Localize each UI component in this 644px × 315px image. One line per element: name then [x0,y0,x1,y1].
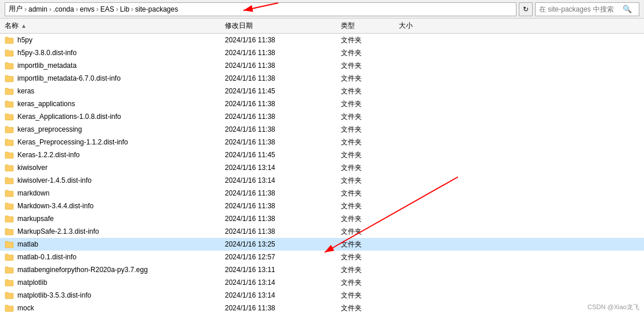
file-name-label: Keras-1.2.2.dist-info [17,151,79,159]
file-name-cell: MarkupSafe-2.1.3.dist-info [5,227,225,236]
file-date-cell: 2024/1/16 13:14 [225,291,341,299]
file-name-label: Markdown-3.4.4.dist-info [17,202,93,210]
folder-icon [5,49,14,57]
file-name-label: matlabengineforpython-R2020a-py3.7.egg [17,266,148,274]
file-date-cell: 2024/1/16 13:14 [225,164,341,172]
table-row[interactable]: markdown 2024/1/16 11:38 文件夹 [0,187,644,200]
table-row[interactable]: importlib_metadata-6.7.0.dist-info 2024/… [0,72,644,85]
file-type-cell: 文件夹 [341,176,399,186]
file-name-label: matplotlib [17,278,47,287]
file-date-cell: 2024/1/16 11:38 [225,74,341,82]
file-type-cell: 文件夹 [341,48,399,58]
file-date-cell: 2024/1/16 11:45 [225,87,341,95]
breadcrumb-item-2[interactable]: .conda [53,5,74,13]
folder-icon [5,202,14,210]
file-date-cell: 2024/1/16 11:38 [225,100,341,108]
folder-icon [5,291,14,299]
folder-icon [5,151,14,159]
table-row[interactable]: matlabengineforpython-R2020a-py3.7.egg 2… [0,263,644,276]
file-date-cell: 2024/1/16 11:38 [225,113,341,121]
file-name-cell: matlabengineforpython-R2020a-py3.7.egg [5,266,225,274]
file-name-label: h5py [17,36,32,44]
file-type-cell: 文件夹 [341,214,399,224]
folder-icon [5,240,14,248]
folder-icon [5,253,14,261]
file-name-label: keras [17,87,34,95]
file-name-cell: keras_preprocessing [5,125,225,133]
file-date-cell: 2024/1/16 11:38 [225,215,341,223]
file-name-label: mock [17,304,34,312]
file-type-cell: 文件夹 [341,74,399,84]
breadcrumb[interactable]: 用户 › admin › .conda › envs › EAS › Lib ›… [5,2,516,16]
breadcrumb-item-0[interactable]: 用户 [9,4,23,14]
file-name-label: keras_preprocessing [17,125,82,133]
file-type-cell: 文件夹 [341,252,399,262]
file-name-label: MarkupSafe-2.1.3.dist-info [17,227,99,236]
table-row[interactable]: Keras_Applications-1.0.8.dist-info 2024/… [0,110,644,123]
file-name-label: h5py-3.8.0.dist-info [17,49,77,57]
file-name-label: Keras_Applications-1.0.8.dist-info [17,113,121,121]
col-size-header[interactable]: 大小 [399,21,445,31]
file-type-cell: 文件夹 [341,265,399,275]
table-row[interactable]: matplotlib 2024/1/16 13:14 文件夹 [0,276,644,289]
file-list: h5py 2024/1/16 11:38 文件夹 h5py-3.8.0.dist… [0,34,644,315]
breadcrumb-item-1[interactable]: admin [28,5,48,13]
refresh-button[interactable]: ↻ [519,2,533,16]
table-row[interactable]: Keras_Preprocessing-1.1.2.dist-info 2024… [0,136,644,149]
col-type-header[interactable]: 类型 [341,21,399,31]
table-row[interactable]: keras_preprocessing 2024/1/16 11:38 文件夹 [0,123,644,136]
folder-icon [5,304,14,312]
breadcrumb-sep: › [131,5,133,13]
table-row[interactable]: markupsafe 2024/1/16 11:38 文件夹 [0,212,644,225]
table-row[interactable]: matlab-0.1.dist-info 2024/1/16 12:57 文件夹 [0,251,644,263]
breadcrumb-item-3[interactable]: envs [80,5,94,13]
file-name-cell: importlib_metadata [5,61,225,70]
table-row[interactable]: Markdown-3.4.4.dist-info 2024/1/16 11:38… [0,200,644,212]
table-row[interactable]: matplotlib-3.5.3.dist-info 2024/1/16 13:… [0,289,644,302]
table-row[interactable]: kiwisolver 2024/1/16 13:14 文件夹 [0,161,644,174]
folder-icon [5,74,14,82]
folder-icon [5,176,14,184]
search-input[interactable] [539,5,620,13]
folder-icon [5,215,14,223]
table-row[interactable]: h5py-3.8.0.dist-info 2024/1/16 11:38 文件夹 [0,46,644,59]
file-date-cell: 2024/1/16 11:38 [225,202,341,210]
table-row[interactable]: keras 2024/1/16 11:45 文件夹 [0,85,644,97]
folder-icon [5,164,14,172]
table-row[interactable]: mock 2024/1/16 11:38 文件夹 [0,302,644,314]
file-name-cell: markupsafe [5,215,225,223]
file-date-cell: 2024/1/16 11:38 [225,304,341,312]
search-box[interactable]: 🔍 [535,2,639,16]
file-type-cell: 文件夹 [341,291,399,300]
file-name-cell: Markdown-3.4.4.dist-info [5,202,225,210]
file-name-cell: matplotlib [5,278,225,287]
breadcrumb-item-6[interactable]: site-packages [135,5,178,13]
table-row[interactable]: kiwisolver-1.4.5.dist-info 2024/1/16 13:… [0,174,644,187]
table-row[interactable]: MarkupSafe-2.1.3.dist-info 2024/1/16 11:… [0,225,644,238]
address-bar: 用户 › admin › .conda › envs › EAS › Lib ›… [0,0,644,19]
file-type-cell: 文件夹 [341,278,399,288]
file-type-cell: 文件夹 [341,112,399,122]
breadcrumb-item-4[interactable]: EAS [100,5,114,13]
table-row[interactable]: matlab 2024/1/16 13:25 文件夹 [0,238,644,251]
file-name-label: kiwisolver [17,164,48,172]
file-type-cell: 文件夹 [341,137,399,147]
table-row[interactable]: Keras-1.2.2.dist-info 2024/1/16 11:45 文件… [0,149,644,161]
file-type-cell: 文件夹 [341,125,399,135]
breadcrumb-item-5[interactable]: Lib [120,5,129,13]
col-date-header[interactable]: 修改日期 [225,21,341,31]
table-row[interactable]: keras_applications 2024/1/16 11:38 文件夹 [0,97,644,110]
address-actions: ↻ [519,2,533,16]
file-name-cell: kiwisolver-1.4.5.dist-info [5,176,225,184]
file-date-cell: 2024/1/16 11:45 [225,151,341,159]
file-name-label: matlab-0.1.dist-info [17,253,77,261]
table-row[interactable]: h5py 2024/1/16 11:38 文件夹 [0,34,644,46]
col-name-header[interactable]: 名称 ▲ [5,21,225,31]
folder-icon [5,266,14,274]
folder-icon [5,138,14,146]
file-name-cell: h5py-3.8.0.dist-info [5,49,225,57]
file-name-label: kiwisolver-1.4.5.dist-info [17,176,92,184]
file-date-cell: 2024/1/16 11:38 [225,49,341,57]
breadcrumb-sep: › [49,5,52,13]
table-row[interactable]: importlib_metadata 2024/1/16 11:38 文件夹 [0,59,644,72]
